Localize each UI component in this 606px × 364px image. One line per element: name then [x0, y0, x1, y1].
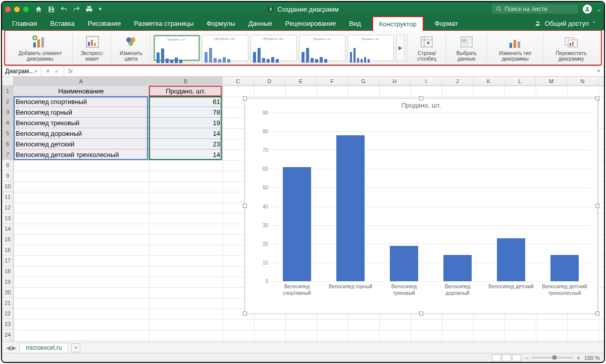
normal-view-button[interactable] [492, 354, 501, 361]
tab-layout[interactable]: Разметка страницы [132, 18, 195, 29]
chart-bar[interactable] [443, 255, 472, 281]
titlebar-chevron-icon[interactable]: ⌄ [597, 7, 601, 12]
cell[interactable]: Велосипед горный [14, 107, 149, 118]
row-header[interactable]: 9 [2, 171, 13, 181]
cell[interactable]: Велосипед детский [14, 139, 149, 149]
col-header-c[interactable]: C [223, 77, 254, 85]
col-header[interactable]: D [254, 77, 285, 85]
user-avatar-icon[interactable] [583, 5, 592, 14]
zoom-level[interactable]: 100 % [584, 355, 600, 361]
add-chart-element-button[interactable]: Добавить элемент диаграммы [8, 33, 73, 63]
undo-icon[interactable] [60, 6, 68, 13]
col-header[interactable]: L [504, 77, 536, 85]
chart-style-5[interactable]: Продано, шт. [347, 35, 394, 61]
chart-bars[interactable] [270, 113, 591, 281]
page-break-view-button[interactable] [512, 354, 521, 361]
col-header[interactable]: H [379, 77, 411, 85]
col-header[interactable]: I [411, 77, 442, 85]
row-header[interactable]: 18 [2, 266, 13, 277]
styles-next-arrow[interactable]: ▶ [396, 35, 405, 61]
row-header[interactable]: 23 [2, 319, 13, 330]
maximize-window-button[interactable] [23, 7, 29, 12]
redo-icon[interactable] [73, 6, 80, 13]
cell[interactable]: 14 [149, 128, 223, 139]
chart-style-2[interactable]: ПРОДАНО, ШТ. [202, 35, 248, 61]
row-header[interactable]: 6 [2, 139, 13, 149]
sheet-nav-prev-icon[interactable]: ◀ [6, 344, 11, 351]
row-header[interactable]: 1 [2, 86, 13, 96]
quick-layout-button[interactable]: Экспресс-макет [74, 33, 112, 63]
chart-bar[interactable] [336, 135, 365, 281]
row-header[interactable]: 14 [2, 224, 13, 234]
tab-formulas[interactable]: Формулы [205, 18, 237, 29]
zoom-out-button[interactable]: − [525, 355, 528, 361]
row-header[interactable]: 24 [2, 330, 13, 340]
sheet-nav-next-icon[interactable]: ▶ [12, 344, 16, 351]
row-header[interactable]: 4 [2, 118, 13, 128]
cell[interactable]: Велосипед дорожный [14, 128, 149, 139]
tab-chart-design[interactable]: Конструктор [372, 16, 424, 31]
row-header[interactable]: 11 [2, 192, 13, 202]
cell[interactable]: 19 [149, 118, 223, 128]
row-header[interactable]: 19 [2, 277, 13, 287]
worksheet-grid[interactable]: A B C D E F G H I J K L M N 1 2 3 4 5 6 … [2, 77, 604, 349]
tab-draw[interactable]: Рисование [86, 18, 123, 29]
tab-view[interactable]: Вид [347, 18, 363, 29]
search-input[interactable]: Поиск на листе [492, 5, 578, 14]
col-header[interactable]: J [442, 77, 473, 85]
tab-data[interactable]: Данные [246, 18, 274, 29]
row-header[interactable]: 16 [2, 245, 13, 255]
row-header[interactable]: 8 [2, 160, 13, 171]
formula-expand-icon[interactable]: ▼ [593, 69, 604, 74]
row-header[interactable]: 21 [2, 298, 13, 308]
cell[interactable]: Велосипед детский трехколесный [14, 149, 149, 160]
page-layout-view-button[interactable] [502, 354, 511, 361]
change-chart-type-button[interactable]: Изменить тип диаграммы [488, 33, 543, 63]
minimize-window-button[interactable] [14, 7, 20, 12]
chart-plot-area[interactable]: 0102030405060708090 [259, 113, 591, 281]
tab-insert[interactable]: Вставка [48, 18, 76, 29]
chart-x-axis[interactable]: Велосипед спортивныйВелосипед горныйВело… [270, 283, 591, 310]
zoom-in-button[interactable]: + [577, 355, 580, 361]
save-icon[interactable] [47, 6, 55, 13]
tab-home[interactable]: Главная [10, 18, 39, 29]
col-header-a[interactable]: A [14, 77, 149, 85]
row-header[interactable]: 12 [2, 202, 13, 213]
row-header[interactable]: 10 [2, 181, 13, 192]
cell[interactable]: 14 [149, 149, 223, 160]
chart-bar[interactable] [497, 238, 525, 281]
chart-style-3[interactable]: ПРОДАНО, ШТ. [250, 35, 297, 61]
switch-row-column-button[interactable]: Строка/столбец [409, 33, 446, 63]
move-chart-button[interactable]: Переместить диаграмму [544, 33, 598, 63]
home-icon[interactable] [35, 6, 42, 13]
row-header[interactable]: 7 [2, 149, 13, 160]
col-header-b[interactable]: B [149, 77, 223, 85]
tab-format[interactable]: Формат [433, 18, 460, 29]
add-sheet-button[interactable]: + [71, 343, 80, 352]
col-header[interactable]: K [473, 77, 504, 85]
zoom-slider[interactable] [532, 357, 573, 358]
col-header[interactable]: M [536, 77, 567, 85]
chart-bar[interactable] [550, 255, 579, 281]
share-button[interactable]: Общий доступ ⌃ [535, 20, 596, 27]
sheet-tab[interactable]: microexcel.ru [19, 343, 68, 352]
cell[interactable]: 78 [149, 107, 223, 118]
row-header[interactable]: 2 [2, 96, 13, 107]
cell-a1[interactable]: Наименование [14, 86, 149, 96]
chart-style-1[interactable]: Продано, шт. [154, 35, 200, 61]
cell[interactable]: Велосипед спортивный [14, 96, 149, 107]
cell[interactable]: 23 [149, 139, 223, 149]
cell[interactable]: 61 [149, 96, 223, 107]
chart-y-axis[interactable]: 0102030405060708090 [259, 113, 270, 281]
select-data-button[interactable]: Выбрать данные [447, 33, 486, 63]
print-icon[interactable] [85, 6, 93, 13]
name-box[interactable]: Диаграм... ▼ [2, 66, 41, 76]
chevron-up-icon[interactable]: ⌃ [592, 21, 596, 26]
chart-bar[interactable] [390, 246, 418, 282]
row-header[interactable]: 22 [2, 308, 13, 319]
cell[interactable]: Велосипед трековый [14, 118, 149, 128]
chart-bar[interactable] [283, 167, 311, 281]
col-header[interactable]: E [285, 77, 317, 85]
row-header[interactable]: 20 [2, 287, 13, 298]
col-header[interactable]: G [348, 77, 379, 85]
